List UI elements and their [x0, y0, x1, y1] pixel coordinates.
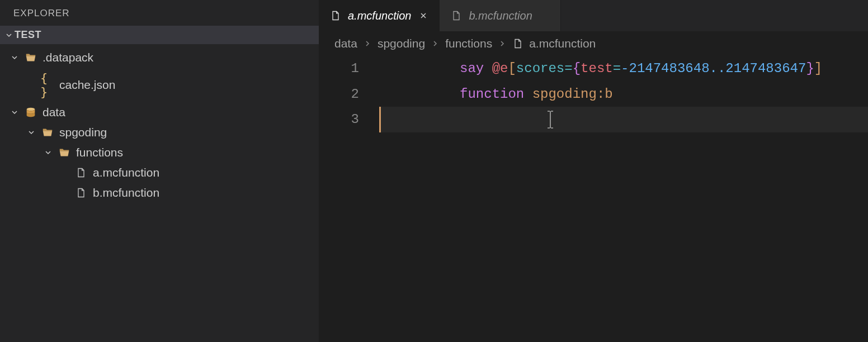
token-equals: = [613, 61, 621, 76]
breadcrumb-segment[interactable]: data [334, 37, 357, 50]
project-name: TEST [15, 29, 41, 41]
project-header[interactable]: TEST [0, 26, 319, 44]
line-number: 1 [319, 56, 359, 82]
file-icon [74, 167, 88, 178]
chevron-right-icon [363, 39, 372, 48]
tree-label: a.mcfunction [93, 166, 159, 179]
explorer-title: EXPLORER [0, 0, 319, 26]
token-brace: } [806, 61, 814, 76]
chevron-down-icon [44, 148, 53, 157]
tree-folder-spgoding[interactable]: spgoding [0, 122, 319, 142]
token-bracket: ] [814, 61, 822, 76]
explorer-sidebar: EXPLORER TEST .datapack { } cache.json [0, 0, 319, 342]
close-icon[interactable] [418, 10, 429, 21]
tree-label: data [43, 106, 65, 119]
line-number: 2 [319, 82, 359, 107]
tab-a-mcfunction[interactable]: a.mcfunction [319, 0, 440, 31]
file-tree: .datapack { } cache.json data [0, 44, 319, 203]
chevron-down-icon [27, 128, 36, 137]
folder-open-icon [40, 126, 55, 139]
tab-label: b.mcfunction [469, 10, 532, 22]
text-cursor-icon [545, 110, 546, 129]
tree-folder-datapack[interactable]: .datapack [0, 48, 319, 68]
file-icon [330, 10, 341, 21]
file-icon [451, 10, 462, 21]
tree-file-a[interactable]: a.mcfunction [0, 163, 319, 183]
tab-b-mcfunction[interactable]: b.mcfunction [440, 0, 560, 31]
svg-point-0 [27, 108, 35, 111]
chevron-down-icon [10, 53, 19, 62]
token-namespace: spgoding:b [532, 87, 613, 102]
token-number: -2147483648..2147483647 [621, 61, 806, 76]
tab-bar: a.mcfunction b.mcfunction [319, 0, 868, 31]
tree-label: b.mcfunction [93, 186, 159, 200]
folder-open-icon [57, 146, 72, 159]
line-number: 3 [319, 107, 359, 132]
folder-open-icon [23, 51, 38, 64]
line-gutter: 1 2 3 [319, 55, 379, 132]
code-lines[interactable]: say @e[scores={test=-2147483648..2147483… [379, 55, 868, 132]
tree-label: functions [76, 146, 123, 159]
file-icon [74, 187, 88, 198]
tree-label: cache.json [59, 78, 115, 92]
database-icon [23, 106, 38, 118]
tab-label: a.mcfunction [348, 10, 411, 22]
tree-label: spgoding [59, 126, 107, 139]
chevron-down-icon [10, 108, 19, 117]
tree-file-cache[interactable]: { } cache.json [0, 68, 319, 102]
chevron-down-icon [4, 31, 13, 40]
tree-file-b[interactable]: b.mcfunction [0, 183, 319, 203]
json-icon: { } [40, 71, 55, 99]
code-editor[interactable]: 1 2 3 say @e[scores={test=-2147483648..2… [319, 55, 868, 132]
tree-folder-functions[interactable]: functions [0, 142, 319, 163]
tree-label: .datapack [43, 51, 93, 64]
token-keyword: function [460, 87, 532, 102]
close-placeholder [539, 10, 550, 21]
editor-area: a.mcfunction b.mcfunction data spgoding … [319, 0, 868, 342]
tree-folder-data[interactable]: data [0, 102, 319, 122]
